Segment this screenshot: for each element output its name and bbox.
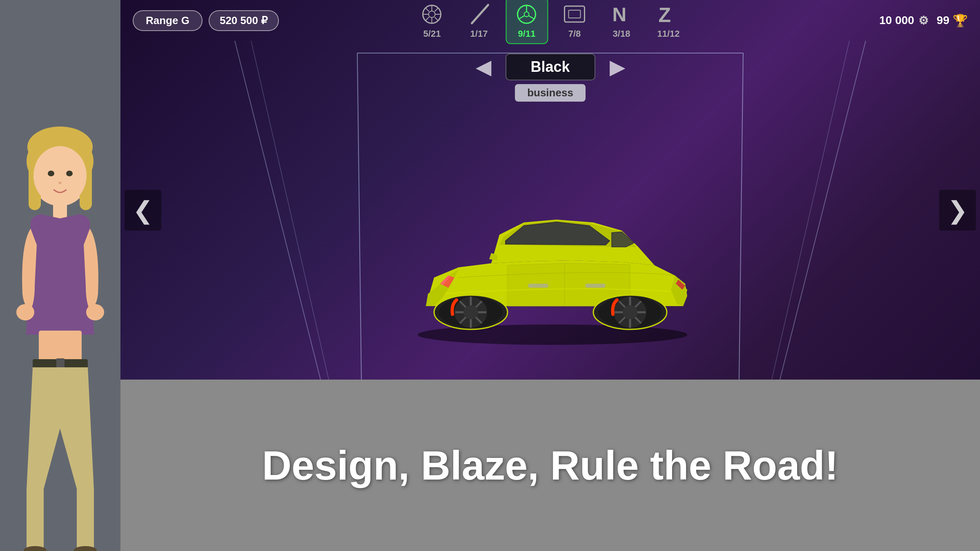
svg-rect-49 <box>528 284 548 288</box>
main-game-area: Range G 520 500 ₽ <box>120 0 980 551</box>
letter-icon: Z <box>654 2 683 27</box>
svg-line-35 <box>519 16 524 19</box>
svg-line-36 <box>529 16 534 19</box>
svg-line-29 <box>435 8 439 11</box>
coins-amount: 10 000 <box>879 14 914 27</box>
svg-line-28 <box>435 17 439 21</box>
tab-letter[interactable]: Z 11/12 <box>648 0 689 43</box>
number-count: 3/18 <box>613 29 630 39</box>
wheels-count: 5/21 <box>423 29 441 39</box>
svg-point-74 <box>623 305 637 319</box>
color-selector-row: ◀ Black ▶ <box>470 53 631 81</box>
color-selector: ◀ Black ▶ business <box>470 53 631 102</box>
top-right-hud: 10 000 ⚙ 99 🏆 <box>879 13 968 28</box>
svg-line-30 <box>425 17 429 21</box>
svg-line-27 <box>425 8 429 11</box>
svg-line-42 <box>251 41 329 380</box>
tab-number[interactable]: N 3/18 <box>601 0 642 43</box>
svg-rect-37 <box>565 6 585 22</box>
svg-point-62 <box>463 305 478 319</box>
svg-point-7 <box>66 171 73 176</box>
steering-count: 9/11 <box>518 29 536 39</box>
svg-line-44 <box>739 53 743 380</box>
range-button[interactable]: Range G <box>133 10 203 31</box>
tagline-text: Design, Blaze, Rule the Road! <box>262 442 838 489</box>
svg-rect-38 <box>569 10 581 18</box>
svg-point-6 <box>48 171 54 176</box>
trophy-amount: 99 <box>937 14 949 27</box>
svg-point-13 <box>86 304 104 320</box>
svg-rect-50 <box>585 284 606 288</box>
color-next-button[interactable]: ▶ <box>604 53 631 81</box>
tab-stripe[interactable]: 1/17 <box>459 0 499 43</box>
steering-icon <box>512 2 541 27</box>
tab-decal[interactable]: 7/8 <box>554 0 595 43</box>
number-icon: N <box>607 2 636 27</box>
coins-display: 10 000 ⚙ <box>879 14 929 27</box>
svg-line-41 <box>235 41 321 380</box>
svg-point-22 <box>429 11 435 18</box>
decal-icon <box>560 2 589 27</box>
stripe-icon <box>465 2 493 27</box>
svg-text:Z: Z <box>659 4 671 25</box>
svg-line-31 <box>472 5 488 23</box>
svg-point-33 <box>524 12 529 17</box>
color-type: business <box>515 84 586 102</box>
bottom-banner: Design, Blaze, Rule the Road! <box>120 380 980 551</box>
svg-rect-18 <box>77 486 94 551</box>
nav-next-button[interactable]: ❯ <box>939 190 976 231</box>
customization-tabs: 5/21 1/17 <box>412 0 689 44</box>
svg-line-45 <box>780 41 866 380</box>
price-button[interactable]: 520 500 ₽ <box>209 10 279 31</box>
letter-count: 11/12 <box>657 29 679 39</box>
color-name: Black <box>506 53 595 80</box>
tab-steering[interactable]: 9/11 <box>506 0 548 44</box>
top-left-controls: Range G 520 500 ₽ <box>133 10 279 31</box>
svg-point-5 <box>33 146 87 205</box>
svg-line-46 <box>772 41 849 380</box>
svg-line-43 <box>357 53 361 380</box>
character-avatar <box>8 122 112 551</box>
car-display <box>377 159 724 347</box>
wheels-icon <box>418 2 446 27</box>
svg-rect-10 <box>47 218 54 243</box>
character-panel <box>0 0 120 551</box>
trophy-display: 99 🏆 <box>937 13 968 28</box>
car-stage: ◀ Black ▶ business <box>120 41 980 380</box>
svg-point-12 <box>16 304 34 320</box>
svg-point-8 <box>58 182 62 184</box>
tab-wheels[interactable]: 5/21 <box>412 0 452 43</box>
stripe-count: 1/17 <box>470 29 488 39</box>
color-prev-button[interactable]: ◀ <box>470 53 497 81</box>
top-bar: Range G 520 500 ₽ <box>120 0 980 41</box>
svg-rect-17 <box>27 486 44 551</box>
trophy-icon: 🏆 <box>953 13 968 28</box>
svg-text:N: N <box>612 4 627 25</box>
svg-rect-11 <box>66 218 74 243</box>
decal-count: 7/8 <box>568 29 581 39</box>
gear-icon: ⚙ <box>918 14 929 27</box>
nav-prev-button[interactable]: ❮ <box>125 190 161 231</box>
